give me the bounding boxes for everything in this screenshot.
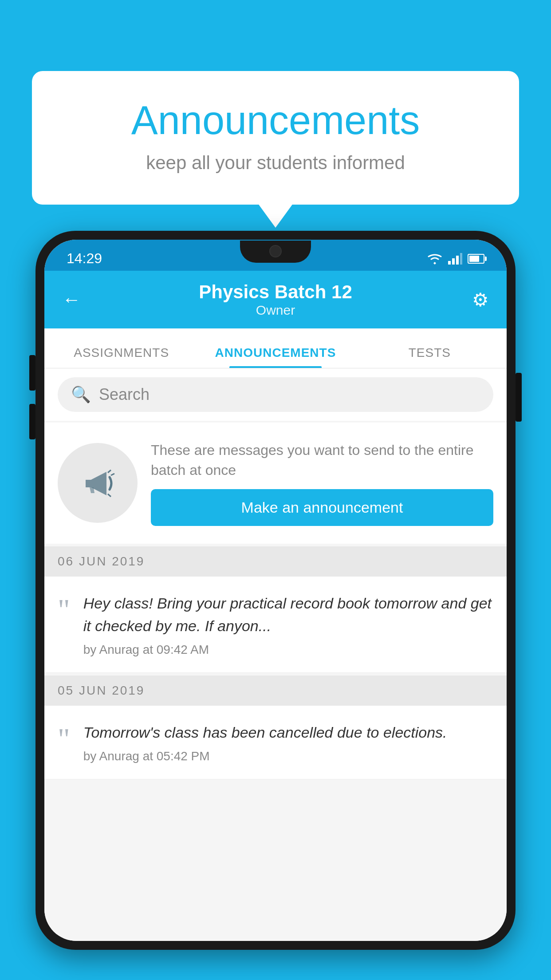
svg-rect-3 <box>460 253 462 265</box>
phone-notch <box>240 241 311 263</box>
date-separator-1: 06 JUN 2019 <box>44 546 507 577</box>
front-camera <box>269 245 282 257</box>
speech-bubble-container: Announcements keep all your students inf… <box>32 71 519 205</box>
header-title-container: Physics Batch 12 Owner <box>89 281 462 318</box>
make-announcement-button[interactable]: Make an announcement <box>151 489 493 526</box>
svg-line-5 <box>111 474 114 475</box>
power-button <box>516 373 522 422</box>
volume-down-button <box>29 404 35 439</box>
announcement-text-2: Tomorrow's class has been cancelled due … <box>83 721 493 744</box>
back-button[interactable]: ← <box>62 289 89 310</box>
speech-bubble: Announcements keep all your students inf… <box>32 71 519 205</box>
announcement-content-1: Hey class! Bring your practical record b… <box>83 592 493 657</box>
wifi-icon <box>427 253 443 265</box>
promo-content: These are messages you want to send to t… <box>151 440 493 526</box>
quote-icon-2: " <box>58 723 70 754</box>
tab-announcements[interactable]: ANNOUNCEMENTS <box>198 346 352 368</box>
svg-rect-0 <box>448 261 451 265</box>
announcement-item-1[interactable]: " Hey class! Bring your practical record… <box>44 577 507 673</box>
announcement-content-2: Tomorrow's class has been cancelled due … <box>83 721 493 763</box>
quote-icon-1: " <box>58 594 70 624</box>
phone-frame: 14:29 <box>35 231 516 950</box>
content-area: 🔍 Search <box>44 368 507 941</box>
promo-description: These are messages you want to send to t… <box>151 440 493 480</box>
announcement-meta-1: by Anurag at 09:42 AM <box>83 643 493 657</box>
bubble-title: Announcements <box>67 98 484 143</box>
date-separator-2: 05 JUN 2019 <box>44 676 507 706</box>
header-subtitle: Owner <box>89 303 462 318</box>
bubble-subtitle: keep all your students informed <box>67 152 484 174</box>
tab-tests[interactable]: TESTS <box>353 346 507 368</box>
tab-assignments[interactable]: ASSIGNMENTS <box>44 346 198 368</box>
announcement-item-2[interactable]: " Tomorrow's class has been cancelled du… <box>44 706 507 779</box>
promo-icon-circle <box>58 443 138 523</box>
svg-line-4 <box>108 470 111 473</box>
announcement-meta-2: by Anurag at 05:42 PM <box>83 749 493 763</box>
svg-line-6 <box>108 494 111 497</box>
tab-bar: ASSIGNMENTS ANNOUNCEMENTS TESTS <box>44 328 507 368</box>
svg-rect-1 <box>452 258 455 265</box>
search-icon: 🔍 <box>71 385 91 404</box>
search-placeholder: Search <box>99 385 150 404</box>
battery-icon <box>468 254 484 264</box>
announcement-text-1: Hey class! Bring your practical record b… <box>83 592 493 637</box>
search-container: 🔍 Search <box>44 368 507 421</box>
svg-rect-2 <box>456 256 459 265</box>
search-input-wrapper[interactable]: 🔍 Search <box>58 377 493 412</box>
phone-screen: 14:29 <box>44 240 507 941</box>
header-title: Physics Batch 12 <box>89 281 462 303</box>
phone-container: 14:29 <box>35 231 516 980</box>
app-header: ← Physics Batch 12 Owner ⚙ <box>44 271 507 328</box>
status-time: 14:29 <box>67 250 102 267</box>
settings-icon[interactable]: ⚙ <box>462 289 489 311</box>
announcement-promo: These are messages you want to send to t… <box>44 423 507 544</box>
status-icons <box>427 253 484 265</box>
megaphone-icon <box>78 463 118 503</box>
signal-icon <box>448 253 462 265</box>
volume-up-button <box>29 355 35 391</box>
